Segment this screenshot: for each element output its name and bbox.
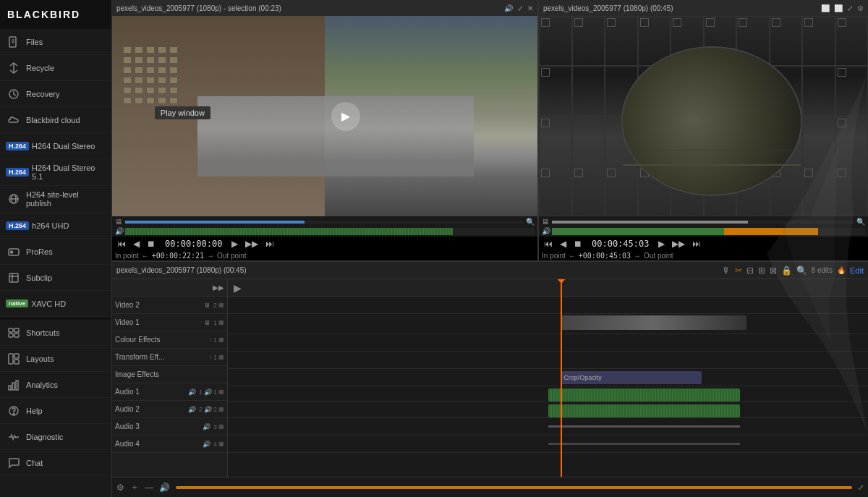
sidebar-item-prores[interactable]: ProRes	[0, 239, 111, 265]
shortcuts-icon	[6, 325, 22, 341]
audio2-clip[interactable]	[548, 404, 741, 417]
close-icon[interactable]: ✕	[527, 4, 533, 12]
play-btn-right[interactable]: ▶	[656, 238, 667, 250]
playhead[interactable]	[561, 279, 562, 477]
right-video-header: pexels_videos_2005977 (1080p) (00:45) ⬜ …	[539, 0, 868, 16]
add-track-btn[interactable]: ＋	[130, 481, 139, 493]
audio1-clip[interactable]	[548, 388, 741, 402]
sidebar-label: Diagnostic	[26, 433, 63, 441]
search-icon[interactable]: 🔍	[796, 266, 807, 276]
gear-btn[interactable]: ⚙	[116, 483, 124, 493]
timeline-footer: ⚙ ＋ — 🔊 ⤢	[112, 477, 868, 497]
sidebar-label: Recovery	[26, 90, 59, 98]
left-video-canvas[interactable]: ▶ Play window	[112, 16, 537, 216]
split-icon[interactable]: ⊞	[758, 266, 765, 276]
zoom-icon-right[interactable]: 🔍	[856, 218, 865, 226]
sidebar-label: Shortcuts	[26, 328, 59, 337]
app-logo: BLACKBIRD	[0, 0, 111, 29]
mic-icon[interactable]: 🎙	[722, 266, 731, 276]
timeline-header: pexels_videos_2005977 (1080p) (00:45) 🎙 …	[112, 262, 868, 279]
track-audio4-content[interactable]	[228, 436, 868, 453]
sidebar-item-recycle[interactable]: Recycle	[0, 55, 111, 81]
settings-icon[interactable]: ⚙	[857, 4, 864, 12]
sidebar-label: H264 site-level publish	[26, 190, 106, 208]
copy-icon[interactable]: ⬜	[834, 4, 843, 12]
lock-icon[interactable]: 🔒	[781, 266, 792, 276]
left-video-icons: 🔊 ⤢ ✕	[504, 4, 533, 12]
track-label-transform-effects: Transform Eff... ↕ 1 ▦	[112, 349, 227, 366]
transform-grid-icon: ▦	[218, 354, 224, 360]
sidebar-item-layouts[interactable]: Layouts	[0, 346, 111, 372]
out-point-label-right: Out point	[644, 252, 673, 260]
sidebar-item-subclip[interactable]: Subclip	[0, 265, 111, 291]
in-point-label-right: In point	[542, 252, 566, 260]
align-icon[interactable]: ⊟	[746, 266, 754, 276]
volume-footer-btn[interactable]: 🔊	[159, 483, 170, 493]
track-video2-content[interactable]	[228, 297, 868, 314]
timeline-playback-bar[interactable]	[176, 486, 852, 489]
volume-icon[interactable]: 🔊	[504, 4, 513, 12]
left-inout-row: In point ← +00:00:22:21 → Out point	[112, 251, 537, 260]
sidebar-item-recovery[interactable]: Recovery	[0, 81, 111, 107]
sidebar-item-h264-site-publish[interactable]: H264 site-level publish	[0, 186, 111, 213]
sidebar-item-analytics[interactable]: Analytics	[0, 372, 111, 398]
track-colour-effects-content[interactable]	[228, 334, 868, 352]
expand-icon[interactable]: ⤢	[517, 4, 523, 12]
play-button-overlay[interactable]: ▶	[331, 102, 360, 131]
sidebar-label: Help	[26, 407, 43, 415]
go-start-btn-left[interactable]: ⏮	[115, 238, 128, 250]
subclip-icon	[6, 270, 22, 286]
sidebar-item-diagnostic[interactable]: Diagnostic	[0, 424, 111, 450]
track-image-effects-content[interactable]: Crop/Opacity	[228, 369, 868, 386]
track-label-video2: Video 2 🖥 2 ▦	[112, 297, 227, 314]
track-labels: ▶▶ Video 2 🖥 2 ▦ Video 1 🖥 1 ▦	[112, 279, 228, 477]
right-video-canvas[interactable]	[539, 16, 868, 216]
h264-badge: H.264	[6, 168, 29, 177]
track-video1-content[interactable]	[228, 314, 868, 334]
cloud-icon	[6, 112, 22, 128]
left-video-title: pexels_videos_2005977 (1080p) - selectio…	[116, 4, 281, 12]
track-audio3-content[interactable]	[228, 418, 868, 436]
prores-icon	[6, 244, 22, 260]
next-frame-btn-right[interactable]: ▶▶	[670, 238, 687, 250]
video1-clip[interactable]	[561, 315, 746, 330]
go-start-btn-right[interactable]: ⏮	[542, 238, 555, 250]
sidebar-item-h264-uhd[interactable]: H.264 h264 UHD	[0, 213, 111, 239]
track-label-audio1: Audio 1 🔊 1 🔊 1 ▦	[112, 383, 227, 401]
scissors-icon[interactable]: ✂	[735, 266, 742, 276]
track-audio1-content[interactable]	[228, 386, 868, 402]
prev-frame-btn-left[interactable]: ◀	[131, 238, 142, 250]
prev-frame-btn-right[interactable]: ◀	[558, 238, 569, 250]
effects-grid-icon: ▦	[218, 336, 224, 343]
svg-point-10	[11, 251, 13, 253]
resize-icon: ⤢	[858, 483, 864, 491]
svg-rect-15	[14, 328, 19, 332]
shrink-icon[interactable]: ⬜	[821, 4, 830, 12]
sidebar-item-h264-dual-stereo[interactable]: H.264 H264 Dual Stereo	[0, 133, 111, 159]
merge-icon[interactable]: ⊠	[770, 266, 777, 276]
expand-icon-right[interactable]: ⤢	[847, 4, 853, 12]
go-end-btn-left[interactable]: ⏭	[263, 238, 276, 250]
stop-btn-left[interactable]: ⏹	[145, 238, 158, 250]
sidebar-item-files[interactable]: Files	[0, 29, 111, 55]
edit-button[interactable]: Edit	[850, 266, 864, 275]
recycle-icon	[6, 60, 22, 76]
sidebar-item-h264-dual-stereo-51[interactable]: H.264 H264 Dual Stereo 5.1	[0, 159, 111, 186]
remove-track-btn[interactable]: —	[145, 483, 153, 493]
diagnostic-icon	[6, 429, 22, 445]
track-audio2-content[interactable]	[228, 402, 868, 418]
timeline-ruler[interactable]: ▶	[228, 279, 868, 297]
next-frame-btn-left[interactable]: ▶▶	[243, 238, 260, 250]
play-btn-left[interactable]: ▶	[229, 238, 240, 250]
sidebar-item-blackbird-cloud[interactable]: Blackbird cloud	[0, 107, 111, 133]
crop-opacity-clip[interactable]: Crop/Opacity	[561, 371, 702, 384]
go-end-btn-right[interactable]: ⏭	[690, 238, 703, 250]
sidebar-item-shortcuts[interactable]: Shortcuts	[0, 320, 111, 346]
stop-btn-right[interactable]: ⏹	[571, 238, 584, 250]
sidebar-item-xavc-hd[interactable]: native XAVC HD	[0, 291, 111, 317]
zoom-icon-left[interactable]: 🔍	[526, 218, 535, 226]
track-transform-effects-content[interactable]	[228, 352, 868, 369]
sidebar-item-help[interactable]: Help	[0, 398, 111, 424]
sidebar-item-chat[interactable]: Chat	[0, 450, 111, 476]
right-inout-row: In point ← +00:00:45:03 → Out point	[539, 251, 868, 260]
